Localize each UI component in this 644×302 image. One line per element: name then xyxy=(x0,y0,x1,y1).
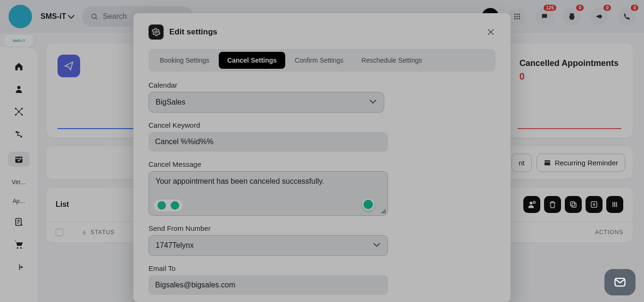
modal-overlay[interactable] xyxy=(0,0,644,302)
mail-icon xyxy=(613,276,627,289)
support-chat-fab[interactable] xyxy=(604,269,636,295)
